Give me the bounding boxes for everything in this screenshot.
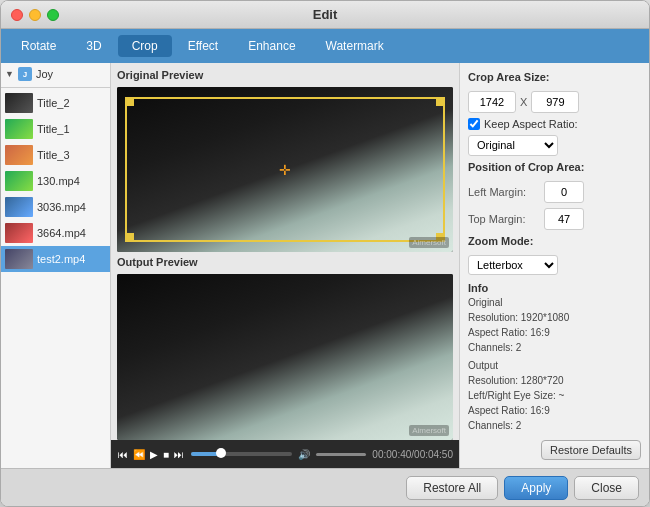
group-arrow-icon: ▼: [5, 69, 14, 79]
step-back-button[interactable]: ⏪: [132, 448, 146, 461]
keep-aspect-checkbox[interactable]: [468, 118, 480, 130]
right-panel: Crop Area Size: X Keep Aspect Ratio: Ori…: [459, 63, 649, 468]
original-channels: Channels: 2: [468, 340, 641, 355]
main-window: Edit Rotate 3D Crop Effect Enhance Water…: [0, 0, 650, 507]
skip-back-button[interactable]: ⏮: [117, 448, 129, 461]
sidebar-thumb-title3: [5, 145, 33, 165]
x-separator: X: [520, 96, 527, 108]
original-resolution: Resolution: 1920*1080: [468, 310, 641, 325]
play-button[interactable]: ▶: [149, 448, 159, 461]
play-controls: ⏮ ⏪ ▶ ■ ⏭: [117, 448, 185, 461]
close-button[interactable]: [11, 9, 23, 21]
joy-icon: J: [18, 67, 32, 81]
output-watermark-text: Aimersoft: [409, 425, 449, 436]
original-aspect: Aspect Ratio: 16:9: [468, 325, 641, 340]
left-margin-label: Left Margin:: [468, 186, 540, 198]
sidebar: ▼ J Joy Title_2 Title_1 Title_3 130.mp4: [1, 63, 111, 468]
sidebar-label-title2: Title_2: [37, 97, 70, 109]
toolbar-3d-btn[interactable]: 3D: [72, 35, 115, 57]
volume-icon: 🔊: [298, 449, 310, 460]
left-margin-row: Left Margin:: [468, 181, 641, 203]
sidebar-thumb-title1: [5, 119, 33, 139]
titlebar: Edit: [1, 1, 649, 29]
sidebar-thumb-3036mp4: [5, 197, 33, 217]
sidebar-thumb-3664mp4: [5, 223, 33, 243]
bottom-bar: Restore All Apply Close: [1, 468, 649, 506]
toolbar: Rotate 3D Crop Effect Enhance Watermark: [1, 29, 649, 63]
sidebar-thumb-test2mp4: [5, 249, 33, 269]
original-preview: ✛ Aimersoft: [117, 87, 453, 252]
crop-size-row: X: [468, 91, 641, 113]
crop-width-input[interactable]: [468, 91, 516, 113]
toolbar-effect-btn[interactable]: Effect: [174, 35, 232, 57]
top-margin-input[interactable]: [544, 208, 584, 230]
sidebar-group-joy[interactable]: ▼ J Joy: [1, 63, 110, 85]
original-preview-label-wrap: Original Preview: [117, 69, 453, 83]
preview-section: Original Preview ✛ Aimersoft Output Pre: [111, 63, 459, 440]
main-content: ▼ J Joy Title_2 Title_1 Title_3 130.mp4: [1, 63, 649, 468]
maximize-button[interactable]: [47, 9, 59, 21]
keep-aspect-row: Keep Aspect Ratio:: [468, 118, 641, 130]
stop-button[interactable]: ■: [162, 448, 170, 461]
crop-height-input[interactable]: [531, 91, 579, 113]
output-preview-label: Output Preview: [117, 256, 453, 268]
output-eye-size: Left/Right Eye Size: ~: [468, 388, 641, 403]
output-channels: Channels: 2: [468, 418, 641, 433]
sidebar-label-test2mp4: test2.mp4: [37, 253, 85, 265]
output-image: [117, 274, 453, 440]
original-info-title: Original: [468, 295, 641, 310]
sidebar-label-title3: Title_3: [37, 149, 70, 161]
info-title: Info: [468, 282, 641, 294]
output-preview: Aimersoft: [117, 274, 453, 440]
volume-bar[interactable]: [316, 453, 366, 456]
sidebar-group-label: Joy: [36, 68, 53, 80]
restore-all-button[interactable]: Restore All: [406, 476, 498, 500]
toolbar-watermark-btn[interactable]: Watermark: [312, 35, 398, 57]
sidebar-item-title3[interactable]: Title_3: [1, 142, 110, 168]
toolbar-crop-btn[interactable]: Crop: [118, 35, 172, 57]
sidebar-thumb-130mp4: [5, 171, 33, 191]
toolbar-enhance-btn[interactable]: Enhance: [234, 35, 309, 57]
apply-button[interactable]: Apply: [504, 476, 568, 500]
window-controls: [11, 9, 59, 21]
close-main-button[interactable]: Close: [574, 476, 639, 500]
progress-thumb[interactable]: [216, 448, 226, 458]
sidebar-divider: [1, 87, 110, 88]
output-info-title: Output: [468, 358, 641, 373]
crop-area-size-label: Crop Area Size:: [468, 71, 641, 83]
window-title: Edit: [313, 7, 338, 22]
restore-defaults-button[interactable]: Restore Defaults: [541, 440, 641, 460]
zoom-mode-label: Zoom Mode:: [468, 235, 641, 247]
skip-forward-button[interactable]: ⏭: [173, 448, 185, 461]
sidebar-label-title1: Title_1: [37, 123, 70, 135]
sidebar-item-3664mp4[interactable]: 3664.mp4: [1, 220, 110, 246]
minimize-button[interactable]: [29, 9, 41, 21]
sidebar-item-3036mp4[interactable]: 3036.mp4: [1, 194, 110, 220]
zoom-mode-select[interactable]: Letterbox Pan & Scan Full: [468, 255, 558, 276]
sidebar-item-title2[interactable]: Title_2: [1, 90, 110, 116]
sidebar-thumb-title2: [5, 93, 33, 113]
sidebar-item-title1[interactable]: Title_1: [1, 116, 110, 142]
top-margin-label: Top Margin:: [468, 213, 540, 225]
aspect-ratio-select[interactable]: Original 16:9 4:3 1:1: [468, 135, 558, 156]
watermark-text: Aimersoft: [409, 237, 449, 248]
position-label: Position of Crop Area:: [468, 161, 641, 173]
sidebar-label-130mp4: 130.mp4: [37, 175, 80, 187]
sidebar-label-3036mp4: 3036.mp4: [37, 201, 86, 213]
sidebar-item-test2mp4[interactable]: test2.mp4: [1, 246, 110, 272]
keep-aspect-label: Keep Aspect Ratio:: [484, 118, 578, 130]
sidebar-label-3664mp4: 3664.mp4: [37, 227, 86, 239]
playback-bar: ⏮ ⏪ ▶ ■ ⏭ 🔊 00:00:40/00:04:50: [111, 440, 459, 468]
info-section: Info Original Resolution: 1920*1080 Aspe…: [468, 282, 641, 433]
center-area: Original Preview ✛ Aimersoft Output Pre: [111, 63, 459, 468]
left-margin-input[interactable]: [544, 181, 584, 203]
sidebar-item-130mp4[interactable]: 130.mp4: [1, 168, 110, 194]
crosshair-icon: ✛: [279, 162, 291, 178]
original-preview-label: Original Preview: [117, 69, 453, 81]
toolbar-rotate-btn[interactable]: Rotate: [7, 35, 70, 57]
output-resolution: Resolution: 1280*720: [468, 373, 641, 388]
top-margin-row: Top Margin:: [468, 208, 641, 230]
progress-bar[interactable]: [191, 452, 292, 456]
time-display: 00:00:40/00:04:50: [372, 449, 453, 460]
output-aspect: Aspect Ratio: 16:9: [468, 403, 641, 418]
